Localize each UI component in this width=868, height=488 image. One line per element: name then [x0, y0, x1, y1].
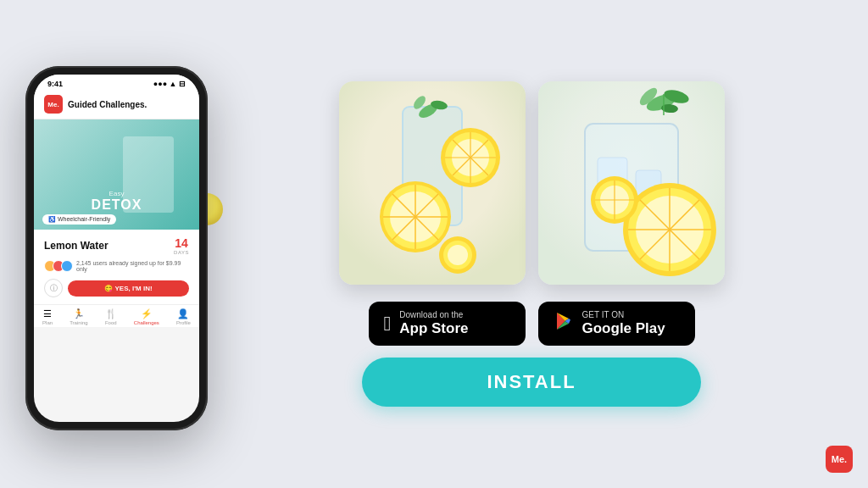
- profile-label: Profile: [176, 320, 191, 325]
- photos-section:  Download on the App Store G: [229, 81, 834, 407]
- status-icons: ●●● ▲ ⊟: [153, 80, 186, 88]
- days-number: 14: [174, 236, 189, 250]
- food-icon: 🍴: [105, 308, 117, 319]
- lemon-photo-1-svg: [339, 81, 526, 285]
- action-row: ⓘ 😋 YES, I'M IN!: [44, 279, 189, 297]
- app-logo: Me.: [44, 95, 63, 114]
- photo-card-2: [538, 81, 725, 285]
- lemon-water-title: Lemon Water: [44, 240, 108, 252]
- nav-training[interactable]: 🏃 Training: [70, 308, 87, 325]
- days-badge: 14 DAYS: [174, 236, 189, 255]
- google-play-button[interactable]: GET IT ON Google Play: [538, 302, 695, 346]
- food-label: Food: [105, 320, 117, 325]
- lemon-water-row: Lemon Water 14 DAYS: [44, 236, 189, 255]
- nav-profile[interactable]: 👤 Profile: [176, 308, 191, 325]
- users-row: 2,145 users already signed up for $9.99 …: [44, 260, 189, 272]
- plan-label: Plan: [42, 320, 53, 325]
- users-text: 2,145 users already signed up for $9.99 …: [76, 260, 189, 272]
- nav-plan[interactable]: ☰ Plan: [42, 308, 53, 325]
- yes-im-in-button[interactable]: 😋 YES, I'M IN!: [68, 280, 189, 297]
- challenges-label: Challenges: [134, 320, 159, 325]
- lemon-photo-2-svg: [538, 81, 725, 285]
- plan-icon: ☰: [43, 308, 52, 319]
- challenge-easy: Easy: [92, 190, 142, 197]
- phone: 9:41 ●●● ▲ ⊟ Me. Guided Challenges. Easy…: [25, 66, 208, 430]
- profile-icon: 👤: [177, 308, 189, 319]
- days-label: DAYS: [174, 250, 189, 255]
- google-top-text: GET IT ON: [582, 310, 665, 320]
- phone-screen: 9:41 ●●● ▲ ⊟ Me. Guided Challenges. Easy…: [34, 75, 199, 422]
- install-button[interactable]: INSTALL: [362, 358, 701, 407]
- photo-card-1: [339, 81, 526, 285]
- challenges-icon: ⚡: [141, 308, 153, 319]
- phone-details: Lemon Water 14 DAYS 2,145 users already: [34, 230, 199, 304]
- avatar-3: [61, 260, 73, 272]
- challenge-detox: DETOX: [92, 197, 142, 213]
- status-time: 9:41: [47, 80, 63, 88]
- wheelchair-badge: ♿ Wheelchair-Friendly: [42, 214, 116, 225]
- svg-point-21: [448, 245, 468, 265]
- photos-row: [229, 81, 834, 285]
- phone-wrapper: 9:41 ●●● ▲ ⊟ Me. Guided Challenges. Easy…: [25, 66, 220, 430]
- nav-food[interactable]: 🍴 Food: [105, 308, 117, 325]
- main-container: 9:41 ●●● ▲ ⊟ Me. Guided Challenges. Easy…: [0, 0, 868, 488]
- store-buttons:  Download on the App Store G: [369, 302, 695, 346]
- apple-text: Download on the App Store: [399, 310, 468, 337]
- google-text: GET IT ON Google Play: [582, 310, 665, 337]
- info-button[interactable]: ⓘ: [44, 279, 63, 297]
- phone-status-bar: 9:41 ●●● ▲ ⊟: [34, 75, 199, 92]
- google-main-text: Google Play: [582, 320, 665, 337]
- apple-main-text: App Store: [399, 320, 468, 337]
- training-icon: 🏃: [73, 308, 85, 319]
- apple-icon: : [384, 312, 392, 336]
- phone-bottom-nav: ☰ Plan 🏃 Training 🍴 Food ⚡ Challenges: [34, 304, 199, 327]
- google-play-icon: [554, 311, 574, 336]
- app-title: Guided Challenges.: [68, 100, 147, 109]
- me-logo-corner: Me.: [826, 446, 853, 473]
- challenge-label: Easy DETOX: [92, 190, 142, 213]
- apple-top-text: Download on the: [399, 310, 468, 320]
- challenge-image: Easy DETOX ♿ Wheelchair-Friendly: [34, 119, 199, 230]
- nav-challenges[interactable]: ⚡ Challenges: [134, 308, 159, 325]
- training-label: Training: [70, 320, 87, 325]
- phone-app-header: Me. Guided Challenges.: [34, 92, 199, 119]
- avatar-group: [44, 260, 73, 272]
- app-store-button[interactable]:  Download on the App Store: [369, 302, 526, 346]
